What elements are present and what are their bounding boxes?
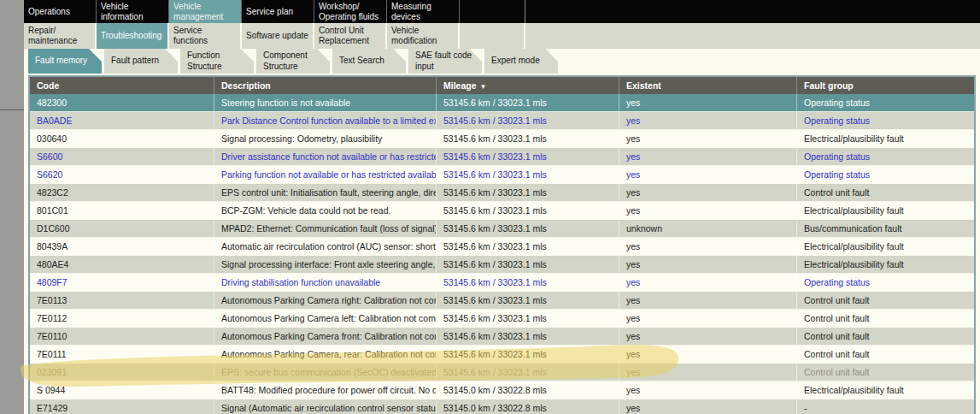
cell-code: 030640 bbox=[30, 130, 214, 147]
table-row[interactable]: 4809F7 Driving stabilisation function un… bbox=[30, 274, 974, 292]
table-row[interactable]: 030640 Signal processing: Odometry, plau… bbox=[30, 130, 974, 148]
cell-mileage: 53145.6 km / 33023.1 mls bbox=[436, 94, 619, 111]
table-row[interactable]: 7E0111 Autonomous Parking Camera, rear: … bbox=[30, 346, 974, 364]
secondary-menu-item[interactable]: Vehicle modification bbox=[387, 23, 460, 49]
table-row[interactable]: S 0944 BATT48: Modified procedure for po… bbox=[30, 381, 974, 399]
table-row[interactable]: 7E0110 Autonomous Parking Camera front: … bbox=[30, 328, 974, 346]
cell-code: 482300 bbox=[30, 94, 214, 111]
cell-mileage: 53145.6 km / 33023.1 mls bbox=[436, 364, 619, 381]
secondary-menu-item[interactable]: Repair/ maintenance bbox=[24, 23, 97, 49]
tab[interactable]: Fault memory bbox=[28, 49, 102, 74]
cell-code: 7E0112 bbox=[30, 310, 214, 327]
cell-existent: yes bbox=[619, 238, 796, 255]
table-row[interactable]: 7E0112 Autonomous Parking Camera left: C… bbox=[30, 310, 974, 328]
primary-menu-item[interactable]: Service plan bbox=[242, 0, 314, 23]
tab[interactable]: Fault pattern bbox=[104, 49, 178, 74]
cell-description: MPAD2: Ethernet: Communication fault (lo… bbox=[214, 220, 436, 237]
cell-code: 7E0110 bbox=[30, 328, 214, 345]
cell-fault-group: Operating status bbox=[796, 166, 974, 183]
app-content: Operations Vehicle information Vehicle m… bbox=[24, 0, 980, 414]
column-header-mileage-label: Mileage bbox=[443, 80, 477, 91]
cell-fault-group: Control unit fault bbox=[796, 346, 974, 363]
cell-fault-group: Operating status bbox=[796, 112, 974, 129]
table-row[interactable]: E71429 Signal (Automatic air recirculati… bbox=[30, 399, 974, 414]
sort-descending-icon: ▼ bbox=[480, 83, 487, 91]
tab[interactable]: Component Structure bbox=[256, 49, 330, 74]
table-row[interactable]: D1C600 MPAD2: Ethernet: Communication fa… bbox=[30, 220, 974, 238]
table-row[interactable]: BA0ADE Park Distance Control function av… bbox=[30, 112, 974, 130]
secondary-menu-item[interactable]: Control Unit Replacement bbox=[314, 23, 387, 49]
cell-mileage: 53145.6 km / 33023.1 mls bbox=[436, 310, 619, 327]
cell-mileage: 53145.6 km / 33023.1 mls bbox=[436, 148, 619, 165]
primary-menu-item[interactable]: Workshop/ Operating fluids bbox=[314, 0, 387, 23]
cell-code: 4809F7 bbox=[30, 274, 214, 291]
column-header-description[interactable]: Description bbox=[214, 77, 436, 94]
cell-existent: yes bbox=[619, 381, 796, 399]
cell-code: 023091 bbox=[30, 364, 214, 381]
cell-description: Parking function not available or has re… bbox=[214, 166, 436, 183]
cell-fault-group: Operating status bbox=[796, 148, 974, 165]
cell-mileage: 53145.6 km / 33023.1 mls bbox=[436, 130, 619, 147]
column-header-mileage[interactable]: Mileage▼ bbox=[436, 77, 619, 94]
cell-mileage: 53145.6 km / 33023.1 mls bbox=[436, 166, 619, 183]
cell-fault-group: Control unit fault bbox=[796, 328, 974, 345]
cell-description: Autonomous Parking Camera left: Calibrat… bbox=[214, 310, 436, 327]
cell-fault-group: Electrical/plausibility fault bbox=[796, 238, 974, 255]
secondary-menu-item[interactable]: Software update bbox=[242, 23, 314, 49]
cell-mileage: 53145.6 km / 33023.1 mls bbox=[436, 202, 619, 219]
primary-menu-item[interactable]: Measuring devices bbox=[387, 0, 460, 23]
table-row[interactable]: 7E0113 Autonomous Parking Camera right: … bbox=[30, 292, 974, 310]
table-row[interactable]: 482300 Steering function is not availabl… bbox=[30, 94, 974, 112]
cell-description: Automatic air recirculation control (AUC… bbox=[214, 238, 436, 255]
cell-code: 7E0111 bbox=[30, 346, 214, 363]
column-header-code[interactable]: Code bbox=[30, 77, 214, 94]
cell-description: BATT48: Modified procedure for power off… bbox=[214, 381, 436, 399]
cell-code: BA0ADE bbox=[30, 112, 214, 129]
cell-description: Autonomous Parking Camera, rear: Calibra… bbox=[214, 346, 436, 363]
tab[interactable]: Function Structure bbox=[180, 49, 254, 74]
table-row[interactable]: 801C01 BCP-ZGM: Vehicle data could not b… bbox=[30, 202, 974, 220]
cell-mileage: 53145.6 km / 33023.1 mls bbox=[436, 238, 619, 255]
cell-description: Autonomous Parking Camera front: Calibra… bbox=[214, 328, 436, 345]
cell-description: Signal processing: Odometry, plausibilit… bbox=[214, 130, 436, 147]
cell-description: Driver assistance function not available… bbox=[214, 148, 436, 165]
cell-existent: yes bbox=[619, 112, 796, 129]
cell-fault-group: Control unit fault bbox=[796, 184, 974, 201]
cell-existent: yes bbox=[619, 130, 796, 147]
table-row[interactable]: 023091 EPS: secure bus communication (Se… bbox=[30, 364, 974, 381]
cell-mileage: 53145.6 km / 33023.1 mls bbox=[436, 346, 619, 363]
cell-existent: yes bbox=[619, 202, 796, 219]
primary-menu-item[interactable]: Operations bbox=[24, 0, 97, 23]
cell-mileage: 53145.6 km / 33023.1 mls bbox=[436, 256, 619, 273]
cell-description: Signal processing interface: Front axle … bbox=[214, 256, 436, 273]
tab[interactable]: Text Search bbox=[332, 49, 406, 74]
cell-description: Signal (Automatic air recirculation cont… bbox=[214, 399, 436, 414]
table-row[interactable]: S6600 Driver assistance function not ava… bbox=[30, 148, 974, 166]
table-row[interactable]: S6620 Parking function not available or … bbox=[30, 166, 974, 184]
cell-mileage: 53145.0 km / 33022.8 mls bbox=[436, 381, 619, 399]
column-header-fault-group[interactable]: Fault group bbox=[796, 77, 974, 94]
fault-table-body: 482300 Steering function is not availabl… bbox=[30, 94, 974, 414]
cell-mileage: 53145.6 km / 33023.1 mls bbox=[436, 184, 619, 201]
cell-code: S 0944 bbox=[30, 381, 214, 399]
table-row[interactable]: 4823C2 EPS control unit: Initialisation … bbox=[30, 184, 974, 202]
fault-memory-table: Code Description Mileage▼ Existent Fault… bbox=[28, 75, 976, 414]
primary-menu-item[interactable]: Vehicle information bbox=[97, 0, 169, 23]
cell-mileage: 53145.6 km / 33023.1 mls bbox=[436, 112, 619, 129]
table-row[interactable]: 80439A Automatic air recirculation contr… bbox=[30, 238, 974, 256]
table-row[interactable]: 480AE4 Signal processing interface: Fron… bbox=[30, 256, 974, 274]
cell-mileage: 53145.6 km / 33023.1 mls bbox=[436, 220, 619, 237]
tab[interactable]: Expert mode bbox=[484, 49, 558, 74]
menu-empty-cell bbox=[460, 23, 525, 49]
cell-fault-group: Control unit fault bbox=[796, 292, 974, 309]
secondary-menu-item[interactable]: Service functions bbox=[169, 23, 242, 49]
secondary-menu-item[interactable]: Troubleshooting bbox=[97, 23, 169, 49]
cell-fault-group: Bus/communication fault bbox=[796, 220, 974, 237]
tab[interactable]: SAE fault code input bbox=[408, 49, 482, 74]
primary-menu-item[interactable]: Vehicle management bbox=[169, 0, 242, 23]
secondary-menu-bar: Repair/ maintenance Troubleshooting Serv… bbox=[24, 23, 980, 49]
cell-fault-group: Control unit fault bbox=[796, 364, 974, 381]
cell-fault-group: Control unit fault bbox=[796, 310, 974, 327]
cell-code: S6600 bbox=[30, 148, 214, 165]
column-header-existent[interactable]: Existent bbox=[619, 77, 796, 94]
